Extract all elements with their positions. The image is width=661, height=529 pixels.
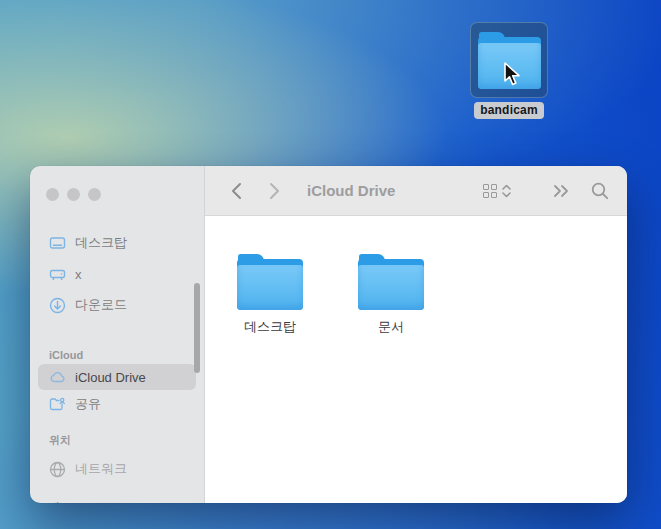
close-button[interactable] [46,188,59,201]
folder-label: 문서 [355,318,427,336]
grid-view-icon [483,184,497,198]
sidebar-item-label: 데스크탑 [75,234,127,252]
desktop-background: bandicam 데스크탑 [0,0,661,529]
folder-contents: 데스크탑 문서 [205,216,627,503]
sidebar-item-x[interactable]: x [38,261,196,287]
window-title: iCloud Drive [307,182,395,199]
desktop-icon [49,235,66,252]
cloud-icon [49,369,66,386]
chevron-up-down-icon [502,184,511,198]
content-folder-desktop[interactable]: 데스크탑 [234,254,306,336]
finder-window: 데스크탑 x [30,166,627,503]
minimize-button[interactable] [67,188,80,201]
back-button[interactable] [225,178,247,204]
download-icon [49,297,66,314]
sidebar-list: 데스크탑 x [30,216,204,503]
sidebar-scrollbar[interactable] [194,283,200,373]
sidebar-item-icloud-drive[interactable]: iCloud Drive [38,364,196,390]
sidebar-item-network[interactable]: 네트워크 [38,456,196,482]
sidebar-item-shared[interactable]: 공유 [38,391,196,417]
search-button[interactable] [591,182,609,200]
folder-label: 데스크탑 [234,318,306,336]
sidebar-item-label: x [75,267,82,282]
globe-icon [49,461,66,478]
window-controls [30,166,204,216]
sidebar-item-desktop[interactable]: 데스크탑 [38,230,196,256]
server-icon [49,266,66,283]
content-folder-documents[interactable]: 문서 [355,254,427,336]
sidebar-item-label: 네트워크 [75,460,127,478]
forward-button[interactable] [263,178,285,204]
view-options-button[interactable] [483,184,511,198]
sidebar-item-label: 공유 [75,395,101,413]
sidebar-section-tags: 태그 [38,498,196,503]
more-toolbar-items-button[interactable] [553,184,571,198]
sidebar-item-downloads[interactable]: 다운로드 [38,292,196,318]
shared-folder-icon [49,396,66,413]
folder-icon [237,254,303,310]
sidebar-item-label: iCloud Drive [75,370,146,385]
zoom-button[interactable] [88,188,101,201]
finder-main: iCloud Drive [205,166,627,503]
sidebar-section-locations: 위치 [38,431,196,449]
finder-toolbar: iCloud Drive [205,166,627,216]
folder-icon [358,254,424,310]
finder-sidebar: 데스크탑 x [30,166,205,503]
desktop-folder-label: bandicam [474,102,544,119]
mouse-cursor-icon [502,62,522,88]
sidebar-section-icloud: iCloud [38,346,196,364]
sidebar-item-label: 다운로드 [75,296,127,314]
